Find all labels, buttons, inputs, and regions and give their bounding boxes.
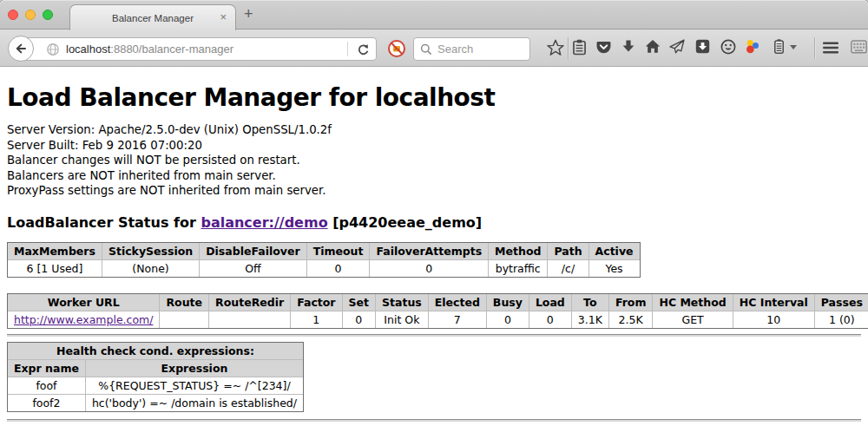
- col-factor: Factor: [291, 293, 342, 311]
- table-row: foof2 hc('body') =~ /domain is establish…: [8, 394, 304, 411]
- send-plane-icon[interactable]: [669, 39, 685, 54]
- cell-method: bytraffic: [489, 259, 548, 277]
- cell-routeredir: [209, 311, 291, 328]
- battery-extension-icon[interactable]: [772, 38, 786, 55]
- cell-factor: 1: [291, 311, 342, 328]
- downloads-icon[interactable]: [621, 39, 635, 54]
- close-tab-icon[interactable]: ×: [220, 10, 227, 23]
- cell-expression: %{REQUEST_STATUS} =~ /^[234]/: [85, 377, 303, 394]
- globe-icon: [46, 43, 60, 56]
- new-tab-button[interactable]: +: [244, 5, 253, 23]
- table-row: http://www.example.com/ 1 0 Init Ok 7 0 …: [8, 311, 868, 328]
- table-row: foof %{REQUEST_STATUS} =~ /^[234]/: [8, 377, 304, 394]
- col-stickysession: StickySession: [102, 242, 199, 259]
- cell-worker-url: http://www.example.com/: [8, 311, 160, 328]
- search-placeholder: Search: [437, 43, 473, 56]
- cell-timeout: 0: [306, 259, 370, 277]
- window-zoom-button[interactable]: [43, 10, 53, 20]
- page-title: Load Balancer Manager for localhost: [7, 83, 861, 112]
- search-icon: [420, 43, 432, 56]
- urlbar-divider: [347, 42, 348, 56]
- server-built-line: Server Built: Feb 9 2016 07:00:20: [7, 138, 861, 154]
- search-input[interactable]: Search: [413, 37, 530, 61]
- cell-hc-interval: 10: [733, 311, 814, 328]
- bookmark-star-icon[interactable]: [547, 39, 564, 56]
- col-worker-url: Worker URL: [8, 293, 160, 311]
- navigation-toolbar: localhost:8880/balancer-manager Search: [0, 29, 868, 67]
- cell-expr-name: foof2: [8, 394, 86, 411]
- cell-disablefailover: Off: [200, 259, 306, 277]
- cell-set: 0: [342, 311, 375, 328]
- browser-window: Balancer Manager × + localhost:8880/bala…: [0, 0, 868, 426]
- toolbar-divider: [568, 37, 569, 59]
- content-blocked-icon[interactable]: [387, 39, 406, 58]
- col-status: Status: [376, 293, 429, 311]
- url-path: :8880/balancer-manager: [110, 43, 233, 56]
- home-icon[interactable]: [645, 39, 661, 54]
- window-minimize-button[interactable]: [25, 10, 36, 20]
- col-failoverattempts: FailoverAttempts: [370, 242, 489, 259]
- col-elected: Elected: [428, 293, 486, 311]
- cell-stickysession: (None): [102, 259, 199, 277]
- tab-balancer-manager[interactable]: Balancer Manager ×: [69, 4, 236, 30]
- pocket-icon[interactable]: [596, 41, 611, 55]
- save-download-box-icon[interactable]: [695, 39, 710, 54]
- cell-maxmembers: 6 [1 Used]: [8, 259, 102, 277]
- smiley-feedback-icon[interactable]: [720, 39, 736, 55]
- col-maxmembers: MaxMembers: [8, 242, 102, 259]
- col-disablefailover: DisableFailover: [200, 242, 306, 259]
- proxypass-notice-line: ProxyPass settings are NOT inherited fro…: [7, 183, 861, 199]
- col-expr-name: Expr name: [8, 359, 86, 377]
- section-divider: [7, 334, 861, 337]
- window-close-button[interactable]: [8, 10, 18, 20]
- col-to: To: [571, 293, 608, 311]
- col-hc-interval: HC Interval: [733, 293, 814, 311]
- address-bar[interactable]: localhost:8880/balancer-manager: [21, 37, 377, 61]
- balancer-demo-link[interactable]: balancer://demo: [201, 214, 327, 231]
- col-route: Route: [160, 293, 209, 311]
- worker-url-link[interactable]: http://www.example.com/: [14, 313, 153, 326]
- cell-failoverattempts: 0: [370, 259, 489, 277]
- page-bottom-divider: [7, 419, 861, 422]
- toolbar-divider: [814, 37, 815, 59]
- cell-route: [160, 311, 209, 328]
- col-routeredir: RouteRedir: [209, 293, 291, 311]
- cell-hc-method: GET: [653, 311, 733, 328]
- cell-elected: 7: [428, 311, 486, 328]
- back-button[interactable]: [8, 36, 34, 62]
- back-arrow-icon: [14, 42, 28, 56]
- col-expression: Expression: [85, 359, 303, 377]
- cell-busy: 0: [486, 311, 529, 328]
- col-passes: Passes: [814, 293, 868, 311]
- chevron-down-icon[interactable]: [790, 45, 797, 49]
- col-path: Path: [548, 242, 589, 259]
- table-header-row: MaxMembers StickySession DisableFailover…: [8, 242, 641, 259]
- heading-suffix: [p4420eeae_demo]: [328, 214, 483, 231]
- cell-from: 2.5K: [608, 311, 653, 328]
- keyboard-grid-icon[interactable]: [851, 40, 867, 55]
- tab-bar: Balancer Manager × +: [0, 0, 868, 29]
- table-header-row: Worker URL Route RouteRedir Factor Set S…: [8, 293, 868, 311]
- url-domain: localhost: [66, 43, 110, 56]
- persist-notice-line: Balancer changes will NOT be persisted o…: [7, 153, 861, 168]
- health-check-table: Health check cond. expressions: Expr nam…: [7, 342, 304, 412]
- balancer-status-heading: LoadBalancer Status for balancer://demo …: [7, 214, 861, 231]
- menu-hamburger-icon[interactable]: [822, 41, 839, 55]
- table-header-row: Expr name Expression: [8, 359, 304, 377]
- heading-prefix: LoadBalancer Status for: [7, 214, 201, 231]
- cell-path: /c/: [548, 259, 589, 277]
- table-title-row: Health check cond. expressions:: [8, 342, 304, 359]
- col-load: Load: [529, 293, 571, 311]
- reload-icon[interactable]: [357, 43, 370, 56]
- colored-dots-extension-icon[interactable]: [746, 39, 760, 54]
- server-version-line: Server Version: Apache/2.5.0-dev (Unix) …: [7, 122, 861, 138]
- col-busy: Busy: [486, 293, 529, 311]
- table-row: 6 [1 Used] (None) Off 0 0 bytraffic /c/ …: [8, 259, 641, 277]
- col-hc-method: HC Method: [653, 293, 733, 311]
- col-set: Set: [342, 293, 375, 311]
- col-from: From: [608, 293, 653, 311]
- clipboard-icon[interactable]: [571, 39, 588, 56]
- col-method: Method: [489, 242, 548, 259]
- cell-passes: 1 (0): [814, 311, 868, 328]
- tab-title: Balancer Manager: [112, 13, 194, 23]
